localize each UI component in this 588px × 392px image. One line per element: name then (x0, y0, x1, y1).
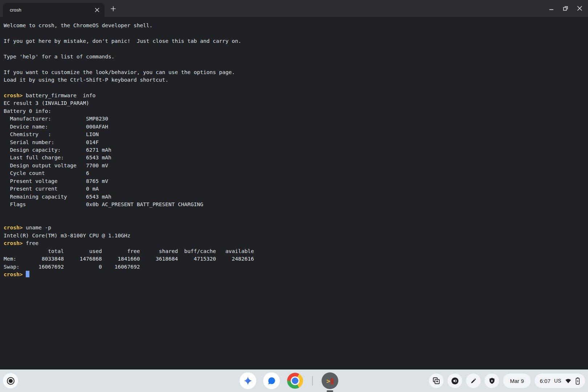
terminal-line (4, 209, 584, 216)
terminal-line (4, 29, 584, 37)
stylus-tray-button[interactable] (466, 373, 481, 388)
volume-tray-button[interactable] (448, 373, 462, 388)
stylus-icon (470, 377, 477, 385)
terminal-line (4, 61, 584, 68)
date-pill[interactable]: Mar 9 (503, 373, 531, 388)
terminal-line: Design capacity: 6271 mAh (4, 146, 584, 154)
terminal-line: Flags 0x0b AC_PRESENT BATT_PRESENT CHARG… (4, 201, 584, 208)
terminal-window: crosh Welcome to crosh, the ChromeOS dev… (0, 0, 588, 392)
terminal-line: crosh> uname -p (4, 224, 584, 232)
active-app-indicator (327, 391, 333, 392)
screen-capture-tray-button[interactable] (429, 373, 444, 388)
chrome-icon (287, 373, 303, 389)
shield-play-tray-button[interactable] (485, 373, 499, 388)
keyboard-layout-label: US (554, 378, 561, 384)
status-tray: Mar 9 6:07 US (429, 373, 585, 388)
messages-bubble-icon (267, 376, 276, 385)
terminal-line (4, 84, 584, 92)
terminal-line: Battery 0 info: (4, 107, 584, 115)
wifi-icon (565, 377, 572, 384)
shelf-item-crosh[interactable]: > (322, 372, 338, 389)
shelf-item-messages[interactable] (263, 372, 280, 389)
terminal-line: Last full charge: 6543 mAh (4, 154, 584, 162)
terminal-output[interactable]: Welcome to crosh, the ChromeOS developer… (0, 17, 588, 369)
crosh-terminal-icon: > (326, 377, 334, 385)
terminal-line (4, 216, 584, 224)
launcher-icon (7, 377, 15, 385)
terminal-line: Present current 0 mA (4, 185, 584, 193)
launcher-button[interactable] (3, 373, 18, 388)
new-tab-button[interactable] (108, 3, 118, 14)
screen-capture-icon (432, 377, 440, 385)
terminal-line: total used free shared buff/cache availa… (4, 248, 584, 255)
restore-button[interactable] (562, 5, 569, 12)
date-label: Mar 9 (510, 378, 524, 384)
terminal-cursor[interactable] (26, 271, 29, 277)
crosh-prompt: crosh> (4, 93, 23, 98)
shelf-separator (312, 376, 313, 385)
tab-crosh[interactable]: crosh (3, 3, 105, 17)
shelf: > (0, 369, 588, 392)
terminal-line: Design output voltage 7700 mV (4, 162, 584, 170)
crosh-prompt: crosh> (4, 271, 23, 277)
minimize-button[interactable] (548, 5, 555, 12)
terminal-line: Intel(R) Core(TM) m3-8100Y CPU @ 1.10GHz (4, 232, 584, 240)
gemini-sparkle-icon (243, 376, 253, 385)
terminal-line: If you got here by mistake, don't panic!… (4, 37, 584, 45)
close-window-button[interactable] (576, 5, 583, 12)
terminal-line: Type 'help' for a list of commands. (4, 53, 584, 61)
shelf-item-gemini[interactable] (240, 372, 256, 389)
terminal-line: EC result 3 (INVALID_PARAM) (4, 99, 584, 107)
terminal-line: Mem: 8033848 1476868 1841660 3618684 471… (4, 255, 584, 263)
window-controls (548, 0, 583, 17)
shelf-item-chrome[interactable] (287, 372, 303, 389)
terminal-line: crosh> (4, 271, 584, 278)
volume-icon (451, 377, 459, 385)
status-pill[interactable]: 6:07 US (535, 373, 585, 388)
terminal-line: Cycle count 6 (4, 170, 584, 177)
terminal-line: If you want to customize the look/behavi… (4, 69, 584, 76)
shelf-apps: > (240, 372, 338, 389)
terminal-line: Present voltage 8765 mV (4, 177, 584, 185)
terminal-line: Swap: 16067692 0 16067692 (4, 263, 584, 271)
terminal-line: crosh> battery_firmware info (4, 92, 584, 99)
terminal-line: Chemistry : LION (4, 131, 584, 138)
terminal-line: Welcome to crosh, the ChromeOS developer… (4, 22, 584, 29)
terminal-line (4, 45, 584, 53)
time-label: 6:07 (540, 378, 550, 384)
terminal-line: Serial number: 014F (4, 139, 584, 146)
crosh-prompt: crosh> (4, 240, 23, 246)
terminal-line: crosh> free (4, 240, 584, 247)
crosh-prompt: crosh> (4, 225, 23, 230)
shield-play-icon (488, 377, 496, 385)
terminal-line: Load it by using the Ctrl-Shift-P keyboa… (4, 76, 584, 84)
tab-strip: crosh (0, 0, 588, 17)
terminal-line: Device name: 000AFAH (4, 123, 584, 131)
tab-close-icon[interactable] (93, 6, 101, 14)
terminal-line: Manufacturer: SMP8230 (4, 115, 584, 123)
battery-charging-icon (575, 377, 580, 385)
tab-title: crosh (10, 7, 93, 13)
terminal-line: Remaining capacity 6543 mAh (4, 193, 584, 201)
